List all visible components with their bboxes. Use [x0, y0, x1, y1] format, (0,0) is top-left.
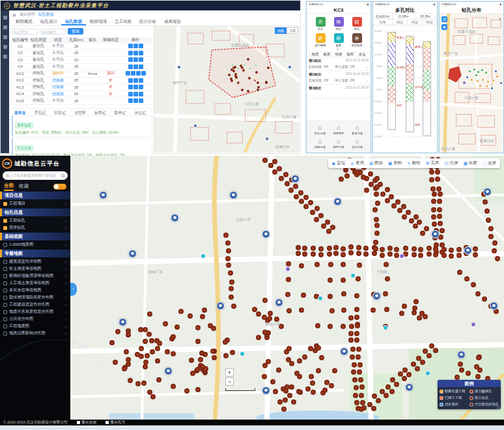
- layer-item[interactable]: 建筑适宜性评价图☆: [0, 258, 70, 265]
- layer-checkbox[interactable]: [3, 267, 7, 271]
- star-icon[interactable]: ☆: [64, 201, 68, 206]
- record-tab-地层[interactable]: 地层: [312, 52, 319, 57]
- app-shortcut-静力触探[interactable]: 静静力触探: [311, 33, 329, 47]
- layer-item[interactable]: ✓工程项目☆: [0, 200, 70, 207]
- shortcut-动探记录[interactable]: ⌂动探记录: [311, 136, 329, 150]
- borehole-column-1[interactable]: [387, 32, 396, 130]
- section-header-钻孔信息[interactable]: 钻孔信息: [0, 208, 70, 216]
- action-button[interactable]: [139, 98, 143, 103]
- layer-checkbox[interactable]: [3, 317, 7, 321]
- resize-icon[interactable]: ◲: [496, 405, 500, 409]
- star-icon[interactable]: ☆: [64, 317, 68, 321]
- layer-item[interactable]: 1:2000地形图☆: [0, 241, 70, 248]
- tab-土工试验[interactable]: 土工试验: [111, 18, 135, 25]
- record-tab-标贯[interactable]: 标贯: [324, 52, 331, 57]
- action-button[interactable]: [139, 64, 143, 69]
- layer-checkbox[interactable]: [3, 274, 7, 278]
- layer-item[interactable]: 工程地质图☆: [0, 322, 70, 330]
- action-button[interactable]: [128, 98, 133, 103]
- table-row[interactable]: KC1控制孔进行中25Anna退回: [12, 70, 152, 78]
- desktop-side-nav[interactable]: [1, 10, 9, 153]
- shortcut-回次记录[interactable]: ⌂回次记录: [311, 122, 329, 136]
- locate-button[interactable]: ◉: [441, 24, 447, 30]
- section-header-专题地图[interactable]: 专题地图: [0, 250, 70, 257]
- layer-checkbox[interactable]: [3, 310, 7, 314]
- layer-item[interactable]: 工程建设适宜性分区图☆: [0, 301, 70, 308]
- zoom-out-button[interactable]: −: [225, 377, 234, 386]
- list-item[interactable]: 第3回次2021-10-21 08:29: [307, 85, 371, 98]
- action-button[interactable]: [128, 57, 133, 62]
- star-icon[interactable]: ☆: [64, 281, 68, 285]
- table-row[interactable]: KC3控制孔已完成25未: [12, 84, 152, 91]
- zoom-in-button[interactable]: +: [225, 368, 234, 377]
- action-button[interactable]: [139, 85, 143, 89]
- action-button[interactable]: [136, 71, 141, 76]
- action-button[interactable]: [139, 51, 143, 55]
- tab-钻孔设计[interactable]: 钻孔设计: [36, 18, 61, 25]
- star-icon[interactable]: ☆: [64, 259, 68, 264]
- legend-title[interactable]: 图例: [438, 380, 501, 387]
- layers-button[interactable]: ▤: [441, 16, 447, 22]
- action-button[interactable]: [133, 57, 138, 62]
- layer-checkbox[interactable]: ✓: [3, 219, 7, 223]
- table-row[interactable]: KC2控制孔已完成25未: [12, 78, 152, 85]
- layer-item[interactable]: ✓工程钻孔☆: [0, 217, 70, 224]
- borehole-column-2[interactable]: [406, 36, 414, 132]
- toolbar-全屏[interactable]: ⬚全屏: [483, 160, 496, 166]
- layer-item[interactable]: 地质灾害易发程度分区图☆: [0, 308, 70, 315]
- app-shortcut-终孔[interactable]: 终终孔: [329, 17, 348, 31]
- tab-成果报告[interactable]: 成果报告: [160, 18, 185, 25]
- layer-checkbox[interactable]: [3, 243, 7, 247]
- tab-favorites[interactable]: 收藏: [19, 183, 29, 190]
- star-icon[interactable]: ☆: [64, 242, 68, 247]
- nav-icon[interactable]: [3, 55, 7, 59]
- layer-switch-toggle[interactable]: [53, 184, 66, 190]
- star-icon[interactable]: ☆: [64, 225, 68, 230]
- action-button[interactable]: [139, 78, 143, 83]
- layer-item[interactable]: 粉细砂顶板埋深等值线图☆: [0, 272, 70, 280]
- layer-item[interactable]: 人工填土厚度等值线图☆: [0, 280, 70, 287]
- toolbar-工具[interactable]: ⚒工具: [426, 160, 440, 166]
- chevron-down-icon[interactable]: ⌄: [366, 78, 369, 82]
- app-shortcut-标贯[interactable]: 标标贯: [329, 33, 348, 47]
- layer-item[interactable]: 软土厚度等值线图☆: [0, 265, 70, 272]
- shortcut-取样记录[interactable]: ⌂取样记录: [329, 136, 348, 150]
- layer-checkbox[interactable]: [3, 324, 7, 328]
- nav-icon[interactable]: [3, 16, 7, 20]
- search-box[interactable]: 输入工程名称查询勘察工程信息: [3, 171, 68, 180]
- tab-钻孔数据[interactable]: 钻孔数据: [61, 18, 86, 25]
- filter-id-input[interactable]: 钻孔编号: [40, 29, 66, 35]
- section-header-项目信息[interactable]: 项目信息: [0, 192, 70, 199]
- distribution-map[interactable]: ▤ ◉ ✦ 统建天福园青年广场日报大厦航侧社区华航大厦: [440, 14, 503, 152]
- action-button[interactable]: [133, 44, 138, 48]
- chevron-down-icon[interactable]: ⌄: [366, 64, 369, 68]
- layer-checkbox[interactable]: [3, 281, 7, 285]
- layer-checkbox[interactable]: [3, 260, 7, 264]
- star-icon[interactable]: ☆: [64, 302, 68, 307]
- table-row[interactable]: C4鉴别孔未开始25: [12, 64, 152, 71]
- breadcrumb-root[interactable]: 项目管理: [20, 12, 35, 18]
- borehole-column-3[interactable]: [423, 41, 431, 136]
- action-button[interactable]: [128, 85, 133, 89]
- layer-item[interactable]: 古河道分布图☆: [0, 315, 70, 322]
- section-header-基础底图[interactable]: 基础底图: [0, 233, 70, 240]
- layer-item[interactable]: 隐伏岩溶塌陷易发分布图☆: [0, 294, 70, 301]
- map-toggle-satellite[interactable]: 卫星: [287, 27, 298, 34]
- map-toggle-map[interactable]: 地图: [275, 27, 287, 34]
- star-icon[interactable]: ☆: [64, 309, 68, 314]
- layer-item[interactable]: ✓历史钻孔☆: [0, 224, 70, 231]
- record-tab-取样[interactable]: 取样: [347, 52, 354, 57]
- nav-icon[interactable]: [3, 35, 7, 39]
- tab-all[interactable]: 全部: [4, 182, 14, 191]
- action-button[interactable]: [133, 92, 138, 96]
- layer-checkbox[interactable]: ✓: [3, 226, 7, 230]
- record-tab-水位[interactable]: 水位: [359, 52, 366, 57]
- action-button[interactable]: [128, 51, 133, 55]
- star-icon[interactable]: ☆: [64, 218, 68, 223]
- toolbar-图层[interactable]: ▤图层: [369, 160, 383, 166]
- action-button[interactable]: [133, 98, 138, 103]
- shortcut-标贯记录[interactable]: ⌂标贯记录: [348, 122, 367, 136]
- layer-checkbox[interactable]: [3, 303, 7, 307]
- star-icon[interactable]: ☆: [64, 274, 68, 278]
- search-button[interactable]: 搜索: [68, 28, 83, 35]
